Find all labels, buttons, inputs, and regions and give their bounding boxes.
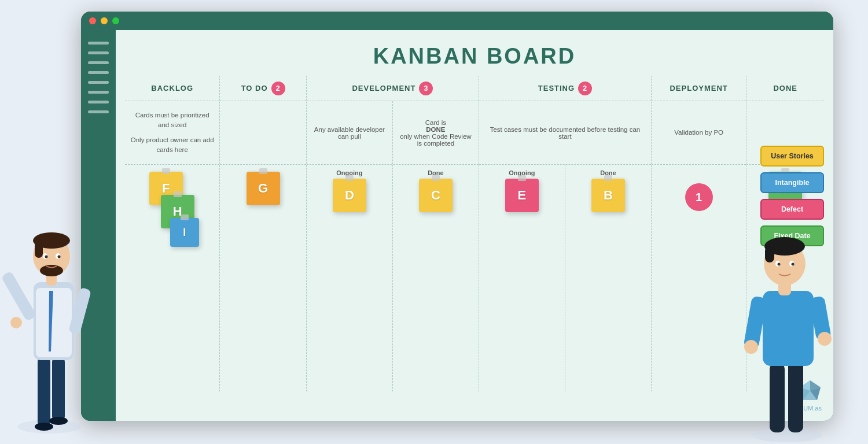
card-D[interactable]: D xyxy=(333,179,366,212)
svg-point-9 xyxy=(35,423,53,431)
sidebar-line xyxy=(88,81,109,84)
card-B[interactable]: B xyxy=(591,179,625,212)
window-dot-yellow[interactable] xyxy=(101,17,108,24)
svg-point-40 xyxy=(778,263,781,266)
sidebar-line xyxy=(88,110,109,113)
column-info-todo xyxy=(220,101,306,165)
card-I[interactable]: I xyxy=(170,218,199,247)
testing-info: Test cases must be documented before tes… xyxy=(479,101,651,165)
sidebar-line xyxy=(88,51,109,54)
column-header-backlog: BACKLOG xyxy=(125,76,219,101)
sidebar-line xyxy=(88,61,109,64)
svg-rect-8 xyxy=(52,357,65,421)
sidebar-line xyxy=(88,101,109,103)
todo-cards: G xyxy=(220,165,306,391)
card-G[interactable]: G xyxy=(247,172,280,205)
testing-done-cards: Done B xyxy=(565,165,651,391)
testing-badge: 2 xyxy=(578,82,592,95)
column-header-todo: TO DO 2 xyxy=(220,76,306,101)
backlog-info-2: Only product owner can add cards here xyxy=(130,135,215,156)
column-header-development: DEVELOPMENT 3 xyxy=(307,76,479,101)
svg-point-21 xyxy=(40,265,63,276)
svg-rect-12 xyxy=(36,288,72,357)
svg-point-25 xyxy=(58,256,61,258)
dev-ongoing-cards: Ongoing D xyxy=(307,165,393,391)
svg-point-24 xyxy=(45,256,48,258)
svg-rect-37 xyxy=(765,246,774,262)
todo-badge: 2 xyxy=(271,82,285,95)
column-info-backlog: Cards must be prioritized and sized Only… xyxy=(125,101,219,165)
column-info-deployment: Validation by PO xyxy=(652,101,746,165)
column-label-testing: TESTING xyxy=(538,84,575,92)
column-header-deployment: DEPLOYMENT xyxy=(652,76,746,101)
svg-rect-27 xyxy=(770,363,785,432)
sidebar-line xyxy=(88,91,109,94)
column-header-testing: TESTING 2 xyxy=(479,76,651,101)
dev-done-cards: Done C xyxy=(393,165,479,391)
svg-rect-7 xyxy=(38,357,50,427)
column-label-deployment: DEPLOYMENT xyxy=(670,84,727,92)
dev-done-info: Card is DONE only when Code Review is co… xyxy=(393,101,479,164)
testing-ongoing-cards: Ongoing E xyxy=(479,165,565,391)
person-left-figure xyxy=(0,166,98,444)
column-development: DEVELOPMENT 3 Any available developer ca… xyxy=(307,76,479,391)
column-header-done: DONE xyxy=(746,76,824,101)
svg-point-26 xyxy=(752,428,822,442)
dev-ongoing-info: Any available developer can pull xyxy=(307,101,393,164)
column-label-todo: TO DO xyxy=(241,84,268,92)
backlog-cards: F H I xyxy=(125,165,219,391)
main-window: KANBAN BOARD BACKLOG Cards must be prior… xyxy=(81,12,833,421)
legend-user-stories[interactable]: User Stories xyxy=(760,146,824,166)
column-label-development: DEVELOPMENT xyxy=(352,84,415,92)
card-E[interactable]: E xyxy=(505,179,539,212)
svg-point-15 xyxy=(10,317,22,328)
svg-rect-28 xyxy=(788,360,803,432)
window-dot-red[interactable] xyxy=(89,17,96,24)
svg-rect-14 xyxy=(1,271,36,321)
svg-point-32 xyxy=(744,340,758,354)
title-bar xyxy=(81,12,833,30)
column-todo: TO DO 2 G xyxy=(220,76,307,391)
backlog-info-1: Cards must be prioritized and sized xyxy=(130,110,215,131)
column-backlog: BACKLOG Cards must be prioritized and si… xyxy=(125,76,220,391)
window-dot-green[interactable] xyxy=(112,17,119,24)
sidebar-line xyxy=(88,71,109,74)
sidebar-line xyxy=(88,42,109,45)
svg-rect-29 xyxy=(763,291,814,366)
column-label-done: DONE xyxy=(773,84,797,92)
person-right-figure xyxy=(723,190,851,444)
svg-point-10 xyxy=(49,417,68,425)
development-badge: 3 xyxy=(419,82,433,95)
board-title: KANBAN BOARD xyxy=(116,30,833,76)
svg-point-33 xyxy=(818,332,832,346)
column-label-backlog: BACKLOG xyxy=(151,84,193,92)
column-testing: TESTING 2 Test cases must be documented … xyxy=(479,76,652,391)
card-C[interactable]: C xyxy=(419,179,453,212)
deployment-circle: 1 xyxy=(685,183,713,211)
svg-point-41 xyxy=(792,263,795,266)
svg-rect-20 xyxy=(35,240,43,258)
